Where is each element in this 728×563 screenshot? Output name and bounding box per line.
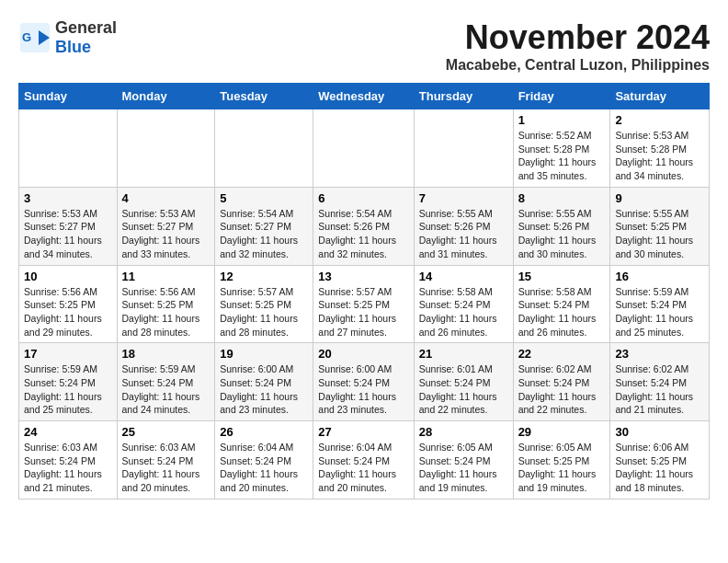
- day-number: 8: [518, 191, 606, 205]
- logo-icon: G: [18, 21, 51, 54]
- day-info: Sunrise: 5:54 AM Sunset: 5:26 PM Dayligh…: [318, 207, 408, 261]
- day-number: 30: [615, 425, 704, 439]
- week-row-5: 24Sunrise: 6:03 AM Sunset: 5:24 PM Dayli…: [19, 421, 710, 500]
- day-info: Sunrise: 6:00 AM Sunset: 5:24 PM Dayligh…: [318, 362, 408, 417]
- day-number: 27: [318, 425, 408, 439]
- day-cell-30: 30Sunrise: 6:06 AM Sunset: 5:25 PM Dayli…: [610, 421, 710, 500]
- day-info: Sunrise: 6:06 AM Sunset: 5:25 PM Dayligh…: [615, 441, 704, 495]
- day-info: Sunrise: 5:59 AM Sunset: 5:24 PM Dayligh…: [615, 285, 704, 339]
- day-cell-20: 20Sunrise: 6:00 AM Sunset: 5:24 PM Dayli…: [313, 343, 414, 421]
- day-number: 15: [518, 270, 606, 283]
- day-number: 1: [518, 113, 606, 127]
- day-info: Sunrise: 6:05 AM Sunset: 5:25 PM Dayligh…: [518, 441, 606, 495]
- day-number: 2: [615, 113, 704, 127]
- day-info: Sunrise: 5:57 AM Sunset: 5:25 PM Dayligh…: [318, 285, 408, 339]
- day-cell-18: 18Sunrise: 5:59 AM Sunset: 5:24 PM Dayli…: [117, 343, 215, 421]
- day-number: 23: [615, 347, 704, 361]
- logo-general-text: General: [55, 18, 117, 37]
- day-number: 20: [318, 347, 408, 361]
- day-info: Sunrise: 6:04 AM Sunset: 5:24 PM Dayligh…: [318, 441, 408, 495]
- day-number: 19: [220, 347, 308, 361]
- day-number: 13: [318, 270, 408, 283]
- day-number: 24: [24, 425, 112, 439]
- empty-cell: [414, 109, 513, 188]
- day-cell-19: 19Sunrise: 6:00 AM Sunset: 5:24 PM Dayli…: [215, 343, 313, 421]
- day-cell-23: 23Sunrise: 6:02 AM Sunset: 5:24 PM Dayli…: [610, 343, 710, 421]
- day-cell-22: 22Sunrise: 6:02 AM Sunset: 5:24 PM Dayli…: [513, 343, 610, 421]
- day-info: Sunrise: 5:52 AM Sunset: 5:28 PM Dayligh…: [518, 129, 606, 183]
- day-number: 7: [419, 191, 508, 205]
- day-info: Sunrise: 6:02 AM Sunset: 5:24 PM Dayligh…: [615, 362, 704, 417]
- day-info: Sunrise: 6:04 AM Sunset: 5:24 PM Dayligh…: [220, 441, 308, 495]
- column-header-saturday: Saturday: [610, 84, 710, 109]
- day-cell-27: 27Sunrise: 6:04 AM Sunset: 5:24 PM Dayli…: [313, 421, 414, 500]
- day-info: Sunrise: 5:58 AM Sunset: 5:24 PM Dayligh…: [419, 285, 508, 339]
- day-cell-17: 17Sunrise: 5:59 AM Sunset: 5:24 PM Dayli…: [19, 343, 118, 421]
- day-number: 21: [419, 347, 508, 361]
- calendar-table: SundayMondayTuesdayWednesdayThursdayFrid…: [18, 83, 710, 500]
- week-row-1: 1Sunrise: 5:52 AM Sunset: 5:28 PM Daylig…: [19, 109, 710, 188]
- column-header-tuesday: Tuesday: [215, 84, 313, 109]
- day-info: Sunrise: 5:57 AM Sunset: 5:25 PM Dayligh…: [220, 285, 308, 339]
- day-cell-4: 4Sunrise: 5:53 AM Sunset: 5:27 PM Daylig…: [117, 187, 215, 265]
- day-number: 14: [419, 270, 508, 283]
- location-subtitle: Macabebe, Central Luzon, Philippines: [446, 57, 710, 74]
- day-info: Sunrise: 6:03 AM Sunset: 5:24 PM Dayligh…: [122, 441, 210, 495]
- day-cell-21: 21Sunrise: 6:01 AM Sunset: 5:24 PM Dayli…: [414, 343, 513, 421]
- day-cell-29: 29Sunrise: 6:05 AM Sunset: 5:25 PM Dayli…: [513, 421, 610, 500]
- day-info: Sunrise: 6:02 AM Sunset: 5:24 PM Dayligh…: [518, 362, 606, 417]
- day-cell-7: 7Sunrise: 5:55 AM Sunset: 5:26 PM Daylig…: [414, 187, 513, 265]
- day-cell-6: 6Sunrise: 5:54 AM Sunset: 5:26 PM Daylig…: [313, 187, 414, 265]
- day-number: 26: [220, 425, 308, 439]
- week-row-2: 3Sunrise: 5:53 AM Sunset: 5:27 PM Daylig…: [19, 187, 710, 265]
- day-info: Sunrise: 5:59 AM Sunset: 5:24 PM Dayligh…: [24, 362, 112, 417]
- day-info: Sunrise: 5:55 AM Sunset: 5:25 PM Dayligh…: [615, 207, 704, 261]
- column-header-friday: Friday: [513, 84, 610, 109]
- day-number: 11: [122, 270, 210, 283]
- svg-text:G: G: [22, 30, 31, 44]
- day-cell-5: 5Sunrise: 5:54 AM Sunset: 5:27 PM Daylig…: [215, 187, 313, 265]
- day-number: 5: [220, 191, 308, 205]
- day-cell-1: 1Sunrise: 5:52 AM Sunset: 5:28 PM Daylig…: [513, 109, 610, 188]
- day-info: Sunrise: 5:55 AM Sunset: 5:26 PM Dayligh…: [419, 207, 508, 261]
- day-number: 28: [419, 425, 508, 439]
- day-info: Sunrise: 5:56 AM Sunset: 5:25 PM Dayligh…: [122, 285, 210, 339]
- day-info: Sunrise: 6:01 AM Sunset: 5:24 PM Dayligh…: [419, 362, 508, 417]
- day-number: 4: [122, 191, 210, 205]
- day-cell-10: 10Sunrise: 5:56 AM Sunset: 5:25 PM Dayli…: [19, 265, 118, 343]
- day-cell-2: 2Sunrise: 5:53 AM Sunset: 5:28 PM Daylig…: [610, 109, 710, 188]
- calendar-header-row: SundayMondayTuesdayWednesdayThursdayFrid…: [19, 84, 710, 109]
- day-info: Sunrise: 5:53 AM Sunset: 5:28 PM Dayligh…: [615, 129, 704, 183]
- day-info: Sunrise: 5:59 AM Sunset: 5:24 PM Dayligh…: [122, 362, 210, 417]
- day-info: Sunrise: 5:58 AM Sunset: 5:24 PM Dayligh…: [518, 285, 606, 339]
- day-info: Sunrise: 5:55 AM Sunset: 5:26 PM Dayligh…: [518, 207, 606, 261]
- logo: G General Blue: [18, 18, 117, 57]
- day-cell-11: 11Sunrise: 5:56 AM Sunset: 5:25 PM Dayli…: [117, 265, 215, 343]
- day-info: Sunrise: 6:05 AM Sunset: 5:24 PM Dayligh…: [419, 441, 508, 495]
- day-number: 6: [318, 191, 408, 205]
- empty-cell: [215, 109, 313, 188]
- empty-cell: [19, 109, 118, 188]
- day-number: 12: [220, 270, 308, 283]
- day-cell-12: 12Sunrise: 5:57 AM Sunset: 5:25 PM Dayli…: [215, 265, 313, 343]
- title-block: November 2024 Macabebe, Central Luzon, P…: [446, 18, 710, 74]
- column-header-monday: Monday: [117, 84, 215, 109]
- day-info: Sunrise: 6:03 AM Sunset: 5:24 PM Dayligh…: [24, 441, 112, 495]
- day-number: 3: [24, 191, 112, 205]
- column-header-thursday: Thursday: [414, 84, 513, 109]
- day-number: 10: [24, 270, 112, 283]
- day-cell-13: 13Sunrise: 5:57 AM Sunset: 5:25 PM Dayli…: [313, 265, 414, 343]
- day-cell-25: 25Sunrise: 6:03 AM Sunset: 5:24 PM Dayli…: [117, 421, 215, 500]
- day-number: 22: [518, 347, 606, 361]
- day-number: 17: [24, 347, 112, 361]
- day-cell-24: 24Sunrise: 6:03 AM Sunset: 5:24 PM Dayli…: [19, 421, 118, 500]
- day-info: Sunrise: 6:00 AM Sunset: 5:24 PM Dayligh…: [220, 362, 308, 417]
- day-number: 9: [615, 191, 704, 205]
- week-row-3: 10Sunrise: 5:56 AM Sunset: 5:25 PM Dayli…: [19, 265, 710, 343]
- month-title: November 2024: [446, 18, 710, 57]
- day-info: Sunrise: 5:53 AM Sunset: 5:27 PM Dayligh…: [122, 207, 210, 261]
- day-number: 29: [518, 425, 606, 439]
- day-info: Sunrise: 5:56 AM Sunset: 5:25 PM Dayligh…: [24, 285, 112, 339]
- day-number: 25: [122, 425, 210, 439]
- column-header-sunday: Sunday: [19, 84, 118, 109]
